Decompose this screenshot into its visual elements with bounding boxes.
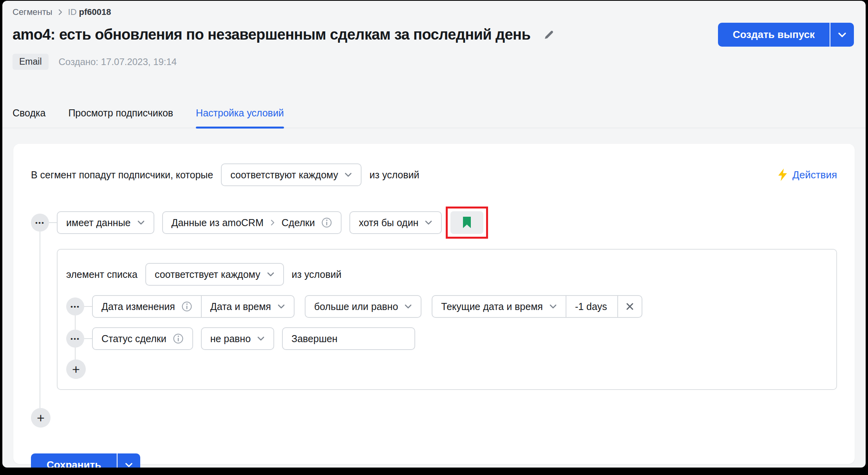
lightning-icon [778, 169, 788, 181]
title-row: amo4: есть обновления по незавершенным с… [2, 17, 866, 47]
create-release-button[interactable]: Создать выпуск [718, 23, 830, 47]
breadcrumb: Сегменты ID pf60018 [2, 1, 866, 17]
status-value-input[interactable] [283, 328, 400, 349]
page-title: amo4: есть обновления по незавершенным с… [13, 26, 530, 43]
actions-link[interactable]: Действия [778, 169, 837, 181]
nested-prefix: элемент списка [66, 269, 137, 280]
channel-badge: Email [13, 54, 49, 70]
connector [84, 338, 92, 339]
value-offset-cell [566, 296, 617, 317]
value-field [282, 327, 415, 350]
chevron-down-icon [549, 304, 557, 309]
chevron-right-icon [270, 219, 275, 226]
chevron-down-icon [425, 220, 432, 225]
conditions-card: В сегмент попадут подписчики, которые со… [13, 144, 855, 464]
quantifier-select[interactable]: хотя бы один [349, 211, 442, 234]
info-icon[interactable] [181, 301, 192, 312]
connector [84, 306, 92, 307]
quantifier-value: хотя бы один [359, 217, 418, 228]
comparator-select[interactable]: не равно [201, 327, 274, 350]
chevron-right-icon [57, 9, 63, 15]
add-nested-condition-button[interactable]: + [66, 359, 86, 379]
breadcrumb-segments-link[interactable]: Сегменты [13, 7, 52, 17]
intro-suffix: из условий [369, 169, 419, 181]
operator-value: имеет данные [66, 217, 131, 228]
nested-match-mode-select[interactable]: соответствует каждому [145, 263, 284, 286]
save-split-button: Сохранить [31, 453, 837, 468]
value-group: Текущие дата и время [432, 295, 642, 318]
value-mode-value: Текущие дата и время [441, 301, 543, 312]
chevron-down-icon [267, 272, 275, 277]
info-icon[interactable] [173, 333, 184, 344]
chevron-down-icon [125, 462, 133, 468]
tab-conditions[interactable]: Настройка условий [196, 107, 284, 128]
root-condition-row: ••• имеет данные Данные из amoCRM Сделки [31, 207, 837, 239]
ellipsis-icon: ••• [35, 219, 45, 226]
pencil-icon[interactable] [542, 28, 555, 42]
meta-row: Email Создано: 17.07.2023, 19:14 [2, 47, 866, 70]
actions-label: Действия [792, 169, 837, 181]
tab-summary[interactable]: Сводка [13, 107, 45, 128]
save-button[interactable]: Сохранить [31, 453, 117, 468]
tab-subscribers[interactable]: Просмотр подписчиков [68, 107, 173, 128]
field-type-group: Дата изменения Дата и время [92, 295, 295, 318]
source-name: Данные из amoCRM [172, 217, 264, 228]
condition-row-status: ••• Статус сделки не равно [66, 327, 821, 350]
remove-condition-button[interactable] [617, 296, 642, 317]
save-dropdown-button[interactable] [117, 453, 140, 468]
segment-rule-header: В сегмент попадут подписчики, которые со… [31, 163, 837, 186]
operator-select[interactable]: имеет данные [57, 211, 154, 234]
entity-name: Сделки [282, 217, 315, 228]
value-offset-input[interactable] [566, 296, 617, 317]
annotation-highlight-box [446, 207, 488, 239]
connector [49, 222, 57, 223]
nested-match-mode-value: соответствует каждому [155, 269, 260, 280]
ellipsis-icon: ••• [71, 335, 80, 342]
nested-conditions-panel: элемент списка соответствует каждому из … [57, 249, 837, 390]
chevron-down-icon [257, 336, 265, 341]
row-menu-button[interactable]: ••• [66, 297, 84, 315]
comparator-value: больше или равно [314, 301, 398, 312]
tree-connector-line [40, 218, 40, 412]
add-nested-condition-row: + [66, 359, 821, 379]
field-name[interactable]: Статус сделки [92, 327, 193, 350]
chevron-down-icon [344, 172, 352, 178]
save-row: Сохранить [31, 453, 837, 468]
match-mode-value: соответствуют каждому [230, 169, 338, 181]
add-root-condition-row: + [31, 408, 837, 428]
app-window: Сегменты ID pf60018 amo4: есть обновлени… [2, 1, 866, 468]
bookmark-icon [462, 216, 472, 229]
field-name[interactable]: Дата изменения [93, 296, 201, 317]
chevron-down-icon [277, 304, 285, 309]
nested-rule-header: элемент списка соответствует каждому из … [66, 263, 821, 286]
value-mode-select[interactable]: Текущие дата и время [432, 296, 566, 317]
field-label: Статус сделки [101, 333, 166, 344]
info-icon[interactable] [321, 217, 332, 228]
create-release-split-button: Создать выпуск [718, 23, 854, 47]
field-type-select[interactable]: Дата и время [201, 296, 294, 317]
root-condition-menu-button[interactable]: ••• [31, 214, 49, 232]
intro-text: В сегмент попадут подписчики, которые [31, 169, 213, 181]
create-release-dropdown-button[interactable] [830, 23, 854, 47]
bookmark-button[interactable] [450, 211, 483, 234]
comparator-value: не равно [210, 333, 251, 344]
chevron-down-icon [837, 32, 847, 38]
chevron-down-icon [137, 220, 145, 225]
data-source-field[interactable]: Данные из amoCRM Сделки [162, 211, 342, 234]
tab-bar: Сводка Просмотр подписчиков Настройка ус… [2, 107, 866, 128]
close-icon [626, 302, 634, 311]
ellipsis-icon: ••• [71, 303, 80, 310]
comparator-select[interactable]: больше или равно [305, 295, 421, 318]
segment-id-label: ID [68, 7, 77, 17]
match-mode-select[interactable]: соответствуют каждому [221, 163, 362, 186]
row-menu-button[interactable]: ••• [66, 330, 84, 348]
field-label: Дата изменения [101, 301, 175, 312]
condition-row-date: ••• Дата изменения Дата и время [66, 295, 821, 318]
condition-tree: ••• имеет данные Данные из amoCRM Сделки [31, 207, 837, 428]
chevron-down-icon [404, 304, 412, 309]
add-root-condition-button[interactable]: + [31, 408, 51, 428]
created-timestamp: Создано: 17.07.2023, 19:14 [59, 56, 177, 67]
field-type-value: Дата и время [210, 301, 271, 312]
segment-id-value: pf60018 [79, 7, 111, 17]
nested-suffix: из условий [292, 269, 342, 280]
